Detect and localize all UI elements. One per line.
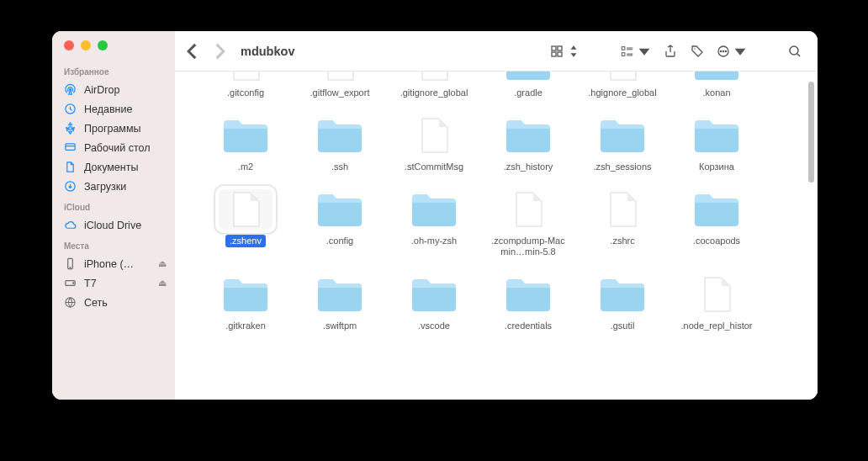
item-label: .gradle [510,87,547,100]
disk-icon [64,277,77,289]
airdrop-icon [64,83,77,96]
folder-icon [595,274,649,315]
fullscreen-button[interactable] [98,40,108,50]
file-item[interactable]: .gitflow_export [293,72,387,100]
item-label: .vscode [414,320,454,333]
file-item[interactable]: .node_repl_histor [670,274,764,333]
file-item[interactable]: .zcompdump-Mac min…min-5.8 [481,189,575,260]
close-button[interactable] [64,40,74,50]
folder-icon [313,115,367,156]
svg-rect-13 [558,52,562,56]
item-label: .zshrc [606,235,638,248]
forward-button[interactable] [209,40,230,62]
folder-icon [501,115,555,156]
phone-icon [64,257,77,270]
more-icon[interactable] [713,40,750,62]
tag-icon[interactable] [686,40,708,62]
folder-item[interactable]: .m2 [198,115,293,174]
sidebar-item[interactable]: Программы [52,119,175,138]
folder-item[interactable]: .gradle [481,72,575,100]
sidebar-item-label: iCloud Drive [84,220,167,231]
clock-icon [64,103,77,115]
sidebar-item[interactable]: Загрузки [52,177,175,196]
item-label: .cocoapods [689,235,744,248]
folder-item[interactable]: .credentials [481,274,575,333]
sidebar-item[interactable]: AirDrop [52,80,175,99]
file-item[interactable]: .gitignore_global [387,72,481,100]
folder-item[interactable]: .config [293,189,387,260]
svg-rect-11 [558,46,562,50]
item-label: .konan [698,87,734,100]
item-label: .zcompdump-Mac min…min-5.8 [483,235,574,260]
main-pane: mdubkov [175,31,818,400]
item-label: .hgignore_global [584,87,660,100]
back-button[interactable] [182,40,204,62]
item-label: .m2 [234,161,257,174]
folder-item[interactable]: .zsh_sessions [575,115,670,174]
svg-point-6 [70,267,71,268]
sidebar-item[interactable]: Документы [52,157,175,177]
sidebar-item-label: Сеть [84,297,167,309]
sidebar-item[interactable]: Недавние [52,99,175,119]
group-icon[interactable] [617,40,654,62]
folder-item[interactable]: .swiftpm [293,274,387,333]
search-icon[interactable] [784,40,806,62]
sidebar-item[interactable]: Сеть [52,293,175,312]
file-item[interactable]: .hgignore_global [575,72,670,100]
downloads-icon [64,180,77,193]
sidebar-item[interactable]: Рабочий стол [52,138,175,157]
eject-icon[interactable]: ⏏ [158,258,167,269]
file-item[interactable]: .zshrc [575,189,670,260]
sidebar-item-label: Рабочий стол [84,142,167,154]
sidebar-item-label: Недавние [84,103,167,115]
scrollbar[interactable] [807,72,814,400]
sidebar-item[interactable]: iCloud Drive [52,215,175,235]
item-label: .zsh_history [500,161,558,174]
folder-icon [313,189,367,230]
folder-icon [690,115,744,156]
finder-window: ИзбранноеAirDropНедавниеПрограммыРабочий… [52,31,818,400]
item-label: .credentials [500,320,556,333]
svg-rect-10 [552,46,556,50]
item-label: .zsh_sessions [589,161,655,174]
folder-item[interactable]: .zsh_history [481,115,575,174]
sidebar-item[interactable]: T7⏏ [52,273,175,293]
minimize-button[interactable] [81,40,91,50]
folder-item[interactable]: .gitkraken [198,274,293,333]
sidebar-section-label: Избранное [52,61,175,80]
svg-point-18 [722,50,723,51]
folder-item[interactable]: .cocoapods [670,189,764,260]
item-label: .gsutil [606,320,639,333]
folder-icon [501,274,555,315]
folder-item[interactable]: .vscode [387,274,481,333]
file-icon [501,189,555,230]
sidebar-item-label: Документы [84,162,167,173]
item-label: .gitconfig [223,87,268,100]
sidebar-item-label: Программы [84,123,167,135]
share-icon[interactable] [659,40,681,62]
view-grid-icon[interactable] [547,40,584,62]
file-item[interactable]: .stCommitMsg [387,115,481,174]
item-label: .swiftpm [319,320,361,333]
sidebar-item-label: Загрузки [84,181,167,193]
toolbar: mdubkov [175,31,818,72]
sidebar-section-label: Места [52,235,175,254]
sidebar-item[interactable]: iPhone (…⏏ [52,254,175,273]
folder-item[interactable]: .gsutil [575,274,670,333]
svg-point-2 [69,127,72,130]
file-item[interactable]: .zshenv [198,189,293,260]
folder-item[interactable]: .oh-my-zsh [387,189,481,260]
folder-item[interactable]: .konan [670,72,764,100]
sidebar-item-label: iPhone (… [84,258,151,270]
svg-rect-3 [66,144,75,151]
eject-icon[interactable]: ⏏ [158,278,167,289]
folder-icon [219,115,273,156]
folder-icon [219,274,273,315]
folder-item[interactable]: Корзина [670,115,764,174]
scrollbar-thumb[interactable] [808,82,814,183]
item-label: .zshenv [225,235,266,248]
folder-item[interactable]: .ssh [293,115,387,174]
file-item[interactable]: .gitconfig [198,72,293,100]
folder-icon [690,72,744,82]
file-icon [313,72,367,82]
